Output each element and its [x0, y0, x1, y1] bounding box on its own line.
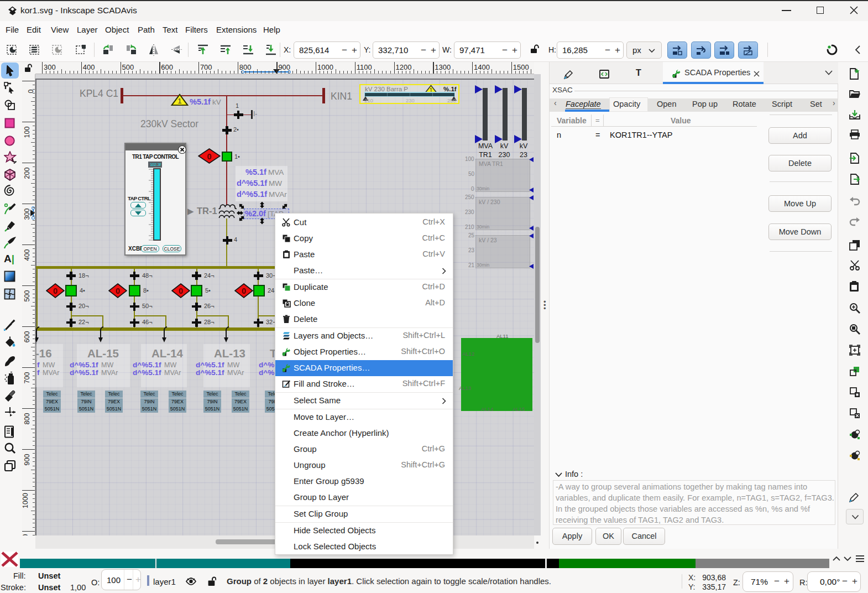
svg-text:0: 0 — [53, 287, 57, 295]
svg-text:0: 0 — [116, 287, 120, 295]
svg-text:1: 1 — [177, 97, 181, 105]
svg-text:0: 0 — [207, 152, 211, 161]
svg-text:0: 0 — [242, 287, 246, 295]
svg-text:0: 0 — [179, 287, 183, 295]
